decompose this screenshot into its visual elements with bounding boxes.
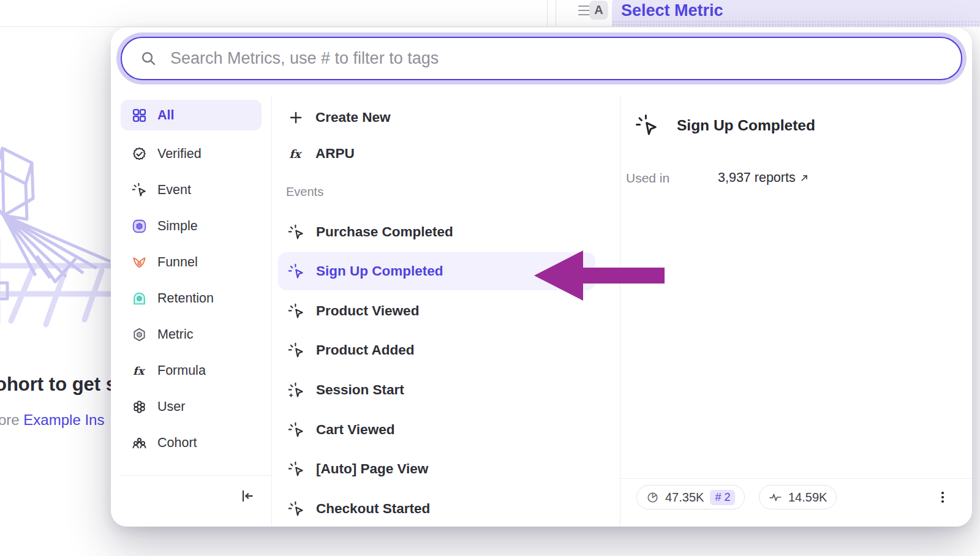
pulse-icon (769, 490, 782, 504)
simple-icon (132, 219, 147, 234)
list-item-label: ARPU (315, 146, 355, 162)
search-box (121, 37, 962, 80)
sidebar-item-funnel[interactable]: Funnel (121, 244, 262, 280)
retention-icon (132, 291, 147, 306)
event-icon (288, 224, 304, 241)
grid-icon (132, 108, 147, 123)
event-icon (288, 501, 304, 517)
list-item-label: Session Start (316, 382, 404, 398)
background-subtext: ore Example Ins (0, 411, 104, 429)
list-item-event[interactable]: Checkout Started (288, 493, 430, 525)
used-in-label: Used in (626, 171, 669, 186)
events-section-label: Events (286, 185, 323, 199)
list-item-label: Create New (315, 110, 391, 126)
list-item-label: [Auto] Page View (316, 461, 428, 477)
arrow-up-right-icon (799, 173, 810, 183)
svg-text:fx: fx (133, 364, 146, 377)
list-item-label: Product Viewed (316, 303, 419, 319)
list-item-label: Checkout Started (316, 501, 430, 517)
user-icon (132, 399, 147, 415)
list-item-event[interactable]: Cart Viewed (288, 414, 394, 446)
reports-count: 3,937 reports (718, 170, 796, 186)
list-item-event[interactable]: Product Viewed (288, 295, 419, 327)
metric-detail-title: Sign Up Completed (677, 117, 815, 134)
search-icon (140, 50, 157, 67)
sidebar-item-label: Retention (157, 291, 214, 306)
formula-icon: fx (288, 146, 304, 162)
list-item-label: Sign Up Completed (316, 263, 443, 279)
select-metric-control[interactable]: Select Metric (621, 1, 723, 20)
more-options-button[interactable] (932, 487, 953, 508)
cohort-icon (132, 435, 147, 451)
list-item-event[interactable]: [Auto] Page View (288, 453, 428, 485)
event-icon (288, 461, 304, 478)
sidebar-item-label: Funnel (157, 255, 198, 270)
search-input[interactable] (170, 49, 943, 68)
sidebar-item-verified[interactable]: Verified (121, 136, 262, 172)
event-icon (635, 114, 658, 137)
create-new-button[interactable]: Create New (288, 102, 391, 133)
kebab-menu-icon (935, 490, 950, 505)
sidebar-item-user[interactable]: User (121, 389, 262, 425)
metric-detail-header: Sign Up Completed (635, 114, 815, 137)
annotation-arrow (527, 244, 674, 307)
wireframe-illustration (0, 136, 111, 331)
event-star-icon (288, 382, 304, 399)
drag-handle-icon[interactable] (578, 6, 590, 18)
list-detail-divider (620, 95, 620, 527)
sidebar-item-label: All (157, 108, 174, 123)
stat-chip-total[interactable]: 47.35K # 2 (636, 485, 745, 509)
funnel-icon (132, 255, 147, 270)
sidebar-item-label: User (157, 399, 185, 415)
panel-divider-line (547, 0, 548, 26)
used-in-reports-link[interactable]: 3,937 reports (718, 170, 810, 186)
plus-icon (288, 110, 304, 126)
sidebar-item-simple[interactable]: Simple (121, 208, 262, 244)
list-item-label: Purchase Completed (316, 224, 453, 240)
stat-value: 14.59K (788, 490, 827, 505)
verified-icon (132, 146, 147, 162)
collapse-left-icon (239, 488, 255, 504)
sidebar-item-all[interactable]: All (121, 100, 262, 130)
panel-divider-line (556, 0, 556, 26)
stat-rank-badge: # 2 (710, 490, 735, 505)
list-item-event[interactable]: Purchase Completed (288, 216, 453, 248)
sidebar-item-label: Metric (157, 327, 194, 342)
sidebar-item-label: Cohort (157, 435, 197, 451)
svg-text:fx: fx (289, 148, 303, 160)
event-icon (288, 263, 304, 280)
formula-icon: fx (132, 363, 147, 378)
sidebar-item-event[interactable]: Event (121, 172, 262, 208)
sidebar-item-metric[interactable]: Metric (121, 317, 262, 353)
sidebar-item-cohort[interactable]: Cohort (121, 425, 262, 461)
stat-value: 47.35K (665, 490, 704, 505)
panel-top-border (0, 26, 980, 27)
list-item-event[interactable]: Session Start (288, 374, 404, 406)
detail-footer-divider (620, 478, 972, 479)
stat-chip-activity[interactable]: 14.59K (759, 485, 837, 509)
sidebar-item-label: Verified (157, 146, 202, 162)
metric-icon (132, 327, 147, 342)
event-icon (288, 303, 304, 320)
metric-type-sidebar: All Verified Event (121, 100, 262, 461)
event-icon (288, 342, 304, 359)
sidebar-divider (271, 95, 272, 527)
background-left-panel: ohort to get s ore Example Ins (0, 0, 111, 556)
example-insights-link[interactable]: Example Ins (23, 411, 104, 428)
collapse-sidebar-button[interactable] (231, 483, 263, 509)
sidebar-item-formula[interactable]: fx Formula (121, 353, 262, 389)
sidebar-item-label: Event (157, 182, 191, 198)
event-icon (288, 422, 304, 438)
sidebar-item-retention[interactable]: Retention (121, 280, 262, 317)
list-item-arpu[interactable]: fx ARPU (288, 138, 355, 170)
list-item-event[interactable]: Product Added (288, 334, 414, 366)
metric-row-texture (612, 20, 980, 26)
list-item-label: Product Added (316, 342, 414, 358)
event-icon (132, 182, 147, 198)
sidebar-footer-divider (121, 475, 271, 476)
sidebar-item-label: Simple (157, 219, 198, 234)
series-a-badge: A (589, 1, 608, 20)
sidebar-item-label: Formula (157, 363, 206, 378)
background-headline-fragment: ohort to get s (0, 374, 111, 396)
screen: A Select Metric ohort to get s ore Examp… (0, 0, 980, 556)
